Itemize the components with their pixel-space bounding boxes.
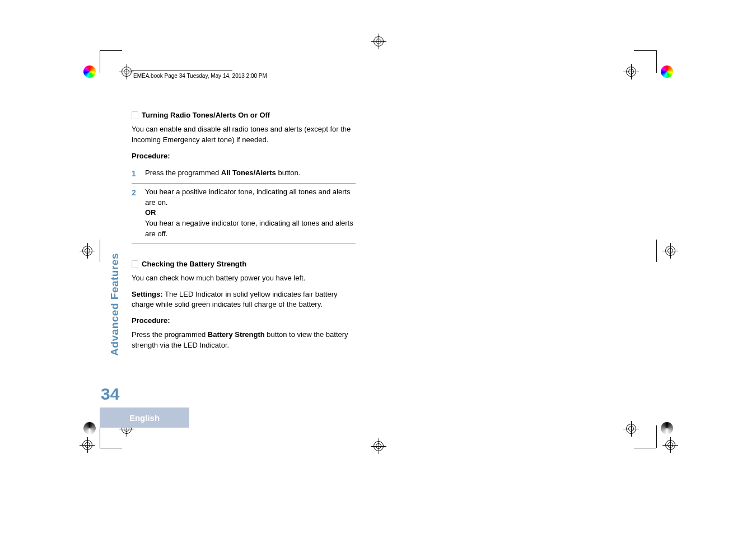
intro-paragraph: You can enable and disable all radio ton… xyxy=(132,124,356,146)
color-wheel-icon xyxy=(83,65,96,78)
step-number: 2 xyxy=(132,187,138,240)
settings-paragraph: Settings: The LED Indicator in solid yel… xyxy=(132,289,356,311)
crop-mark xyxy=(100,448,122,448)
crop-mark xyxy=(656,50,657,73)
section: Checking the Battery Strength You can ch… xyxy=(132,259,356,351)
content-column: Turning Radio Tones/Alerts On or Off You… xyxy=(132,110,356,357)
section-title: Turning Radio Tones/Alerts On or Off xyxy=(142,110,270,121)
language-label: English xyxy=(129,413,160,423)
crop-mark xyxy=(100,50,122,51)
gray-wheel-icon xyxy=(83,422,96,434)
section-heading: Turning Radio Tones/Alerts On or Off xyxy=(132,110,356,121)
language-band: English xyxy=(100,407,189,428)
crop-mark xyxy=(656,240,657,262)
procedure-label: Procedure: xyxy=(132,151,356,162)
registration-mark-icon xyxy=(80,437,95,453)
crop-mark xyxy=(656,425,657,448)
header-text: EMEA.book Page 34 Tuesday, May 14, 2013 … xyxy=(133,73,267,79)
crop-mark xyxy=(100,240,100,262)
procedure-label: Procedure: xyxy=(132,316,356,326)
registration-mark-icon xyxy=(119,64,134,79)
crop-mark xyxy=(634,448,656,448)
registration-mark-icon xyxy=(371,34,386,49)
step-item: 2 You hear a positive indicator tone, in… xyxy=(132,184,356,243)
page-icon xyxy=(132,260,138,268)
page-number: 34 xyxy=(101,385,119,404)
crop-mark xyxy=(100,50,100,73)
registration-mark-icon xyxy=(662,243,678,259)
registration-mark-icon xyxy=(623,421,639,437)
crop-mark xyxy=(100,425,100,448)
step-number: 1 xyxy=(132,168,138,179)
registration-mark-icon xyxy=(80,243,95,259)
step-item: 1 Press the programmed All Tones/Alerts … xyxy=(132,165,356,183)
step-text: Press the programmed All Tones/Alerts bu… xyxy=(145,168,356,179)
color-wheel-icon xyxy=(661,65,673,78)
side-tab: Advanced Features xyxy=(109,253,121,356)
section-heading: Checking the Battery Strength xyxy=(132,259,356,270)
registration-mark-icon xyxy=(623,64,639,79)
page-icon xyxy=(132,111,138,119)
step-text: You hear a positive indicator tone, indi… xyxy=(145,187,356,240)
procedure-text: Press the programmed Battery Strength bu… xyxy=(132,330,356,351)
section-title: Checking the Battery Strength xyxy=(142,259,246,270)
header-rule xyxy=(132,71,232,71)
intro-paragraph: You can check how much battery power you… xyxy=(132,273,356,284)
step-list: 1 Press the programmed All Tones/Alerts … xyxy=(132,165,356,243)
registration-mark-icon xyxy=(371,438,386,454)
gray-wheel-icon xyxy=(661,422,673,434)
registration-mark-icon xyxy=(662,437,678,453)
crop-mark xyxy=(634,50,656,51)
